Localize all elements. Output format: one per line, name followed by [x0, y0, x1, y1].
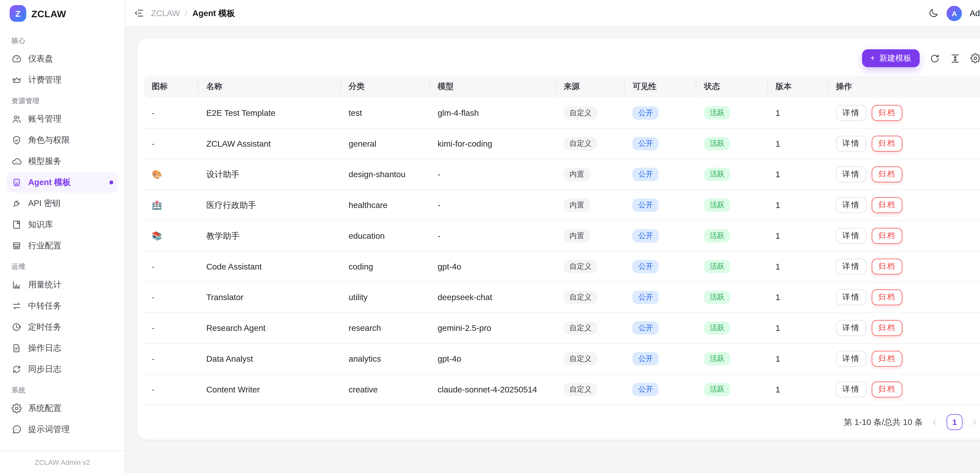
visibility-badge: 公开	[633, 383, 659, 396]
archive-button[interactable]: 归档	[872, 381, 902, 398]
user-name[interactable]: Admin	[970, 8, 980, 18]
column-header: 名称	[199, 75, 341, 98]
archive-button[interactable]: 归档	[872, 228, 902, 244]
archive-button[interactable]: 归档	[872, 197, 902, 213]
archive-button[interactable]: 归档	[872, 320, 902, 336]
column-header: 状态	[697, 75, 768, 98]
visibility-badge: 公开	[633, 291, 659, 304]
detail-button[interactable]: 详情	[836, 289, 867, 306]
sidebar-item[interactable]: 同步日志	[6, 359, 118, 379]
sidebar-item-label: 知识库	[28, 219, 53, 231]
sidebar-item[interactable]: 操作日志	[6, 338, 118, 358]
table-row: -ZCLAW Assistantgeneralkimi-for-coding自定…	[144, 128, 980, 159]
pagination-page-1[interactable]: 1	[947, 414, 963, 430]
cell-source: 自定义	[556, 313, 625, 344]
visibility-badge: 公开	[633, 137, 659, 150]
detail-button[interactable]: 详情	[836, 135, 867, 152]
topbar: ZCLAW / Agent 模板 A Admin	[126, 0, 980, 27]
breadcrumb-separator: /	[185, 8, 188, 18]
breadcrumb-root[interactable]: ZCLAW	[151, 8, 180, 18]
sidebar-item[interactable]: Agent 模板	[6, 172, 118, 193]
pagination-prev-chevron-icon[interactable]	[930, 417, 939, 427]
dark-mode-moon-icon[interactable]	[928, 8, 939, 19]
sidebar-item-label: 角色与权限	[28, 134, 70, 146]
cell-source: 内置	[556, 221, 625, 251]
detail-button[interactable]: 详情	[836, 166, 867, 183]
density-icon[interactable]	[950, 53, 961, 64]
cell-category: utility	[341, 282, 430, 313]
sidebar-section-label: 系统	[6, 380, 118, 398]
source-badge: 内置	[564, 229, 590, 242]
detail-button[interactable]: 详情	[836, 228, 867, 244]
detail-button[interactable]: 详情	[836, 320, 867, 336]
sidebar-item[interactable]: 账号管理	[6, 109, 118, 129]
archive-button[interactable]: 归档	[872, 289, 902, 306]
status-badge: 活跃	[704, 168, 730, 181]
pagination-next-chevron-icon[interactable]	[970, 417, 979, 427]
breadcrumb-current: Agent 模板	[192, 8, 235, 19]
user-avatar[interactable]: A	[947, 5, 962, 21]
detail-button[interactable]: 详情	[836, 105, 867, 121]
column-header: 可见性	[625, 75, 697, 98]
refresh-icon[interactable]	[929, 53, 940, 64]
cell-version: 1	[768, 190, 828, 221]
cell-category: test	[341, 98, 430, 128]
cell-name: Research Agent	[199, 313, 341, 344]
archive-button[interactable]: 归档	[872, 105, 902, 121]
collapse-sidebar-icon[interactable]	[134, 8, 145, 19]
cell-name: Translator	[199, 282, 341, 313]
table-settings-gear-icon[interactable]	[970, 53, 980, 63]
source-badge: 自定义	[564, 383, 597, 396]
detail-button[interactable]: 详情	[836, 351, 867, 367]
brand-name: ZCLAW	[31, 8, 66, 19]
archive-button[interactable]: 归档	[872, 166, 902, 183]
cell-model: gemini-2.5-pro	[430, 313, 556, 344]
table-row: -Data Analystanalyticsgpt-4o自定义公开活跃1详情归档	[144, 344, 980, 374]
archive-button[interactable]: 归档	[872, 351, 902, 367]
cell-actions: 详情归档	[828, 221, 980, 251]
cell-model: -	[430, 190, 556, 221]
sidebar-item[interactable]: API 密钥	[6, 193, 118, 213]
cell-visibility: 公开	[625, 344, 697, 374]
detail-button[interactable]: 详情	[836, 258, 867, 275]
main-area: ZCLAW / Agent 模板 A Admin + 新建模板	[126, 0, 980, 473]
sidebar-item[interactable]: 计费管理	[6, 70, 118, 90]
sidebar-item[interactable]: 仪表盘	[6, 49, 118, 69]
sidebar-item[interactable]: 用量统计	[6, 275, 118, 295]
sidebar-item[interactable]: 提示词管理	[6, 419, 118, 440]
cell-name: ZCLAW Assistant	[199, 128, 341, 159]
cell-icon: 🎨	[144, 159, 199, 190]
sidebar-item-label: Agent 模板	[28, 177, 71, 188]
cell-source: 自定义	[556, 374, 625, 405]
cell-category: coding	[341, 251, 430, 282]
cell-visibility: 公开	[625, 190, 697, 221]
detail-button[interactable]: 详情	[836, 197, 867, 213]
detail-button[interactable]: 详情	[836, 381, 867, 398]
plus-icon: +	[870, 54, 875, 63]
visibility-badge: 公开	[633, 322, 659, 334]
transfer-arrows-icon	[11, 301, 22, 311]
sidebar-section-label: 核心	[6, 31, 118, 49]
archive-button[interactable]: 归档	[872, 258, 902, 275]
sidebar-item[interactable]: 角色与权限	[6, 130, 118, 150]
sidebar-item[interactable]: 模型服务	[6, 151, 118, 172]
new-template-button[interactable]: + 新建模板	[862, 49, 920, 67]
archive-button[interactable]: 归档	[872, 135, 902, 152]
visibility-badge: 公开	[633, 352, 659, 365]
source-badge: 自定义	[564, 322, 597, 334]
sidebar-item[interactable]: 中转任务	[6, 296, 118, 316]
cell-category: research	[341, 313, 430, 344]
table-row: -Translatorutilitydeepseek-chat自定义公开活跃1详…	[144, 282, 980, 313]
sidebar-item[interactable]: 行业配置	[6, 236, 118, 256]
chat-bubble-icon	[11, 424, 22, 435]
sidebar-item[interactable]: 定时任务	[6, 317, 118, 337]
source-badge: 自定义	[564, 260, 597, 273]
crown-icon	[11, 75, 22, 85]
cell-model: deepseek-chat	[430, 282, 556, 313]
sidebar-item[interactable]: 知识库	[6, 215, 118, 235]
cell-source: 自定义	[556, 128, 625, 159]
cell-actions: 详情归档	[828, 98, 980, 128]
cell-visibility: 公开	[625, 221, 697, 251]
sidebar-item[interactable]: 系统配置	[6, 398, 118, 419]
status-badge: 活跃	[704, 199, 730, 212]
